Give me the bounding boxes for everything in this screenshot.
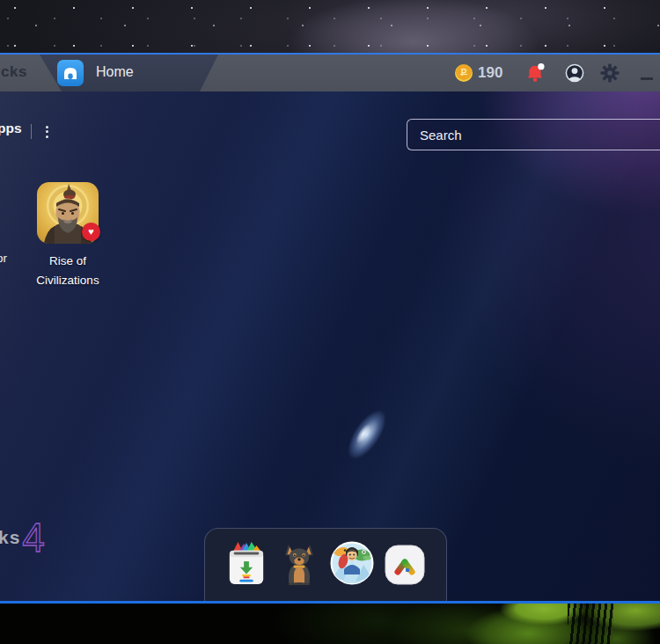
coin-points-icon[interactable]: P bbox=[455, 64, 473, 82]
search-input[interactable] bbox=[407, 119, 660, 150]
shortcut-label: Rise of Civilizations bbox=[19, 252, 116, 290]
titlebar-controls: P 190 bbox=[455, 55, 653, 91]
app-shortcut-rise-of-civilizations[interactable]: ♥ Rise of Civilizations bbox=[19, 182, 116, 290]
profile-icon[interactable] bbox=[565, 63, 584, 83]
settings-gear-icon[interactable] bbox=[600, 63, 620, 83]
titlebar: cks Home P 190 bbox=[0, 55, 660, 91]
points-balance: 190 bbox=[478, 64, 509, 82]
app-center-icon[interactable] bbox=[224, 539, 268, 585]
home-icon bbox=[57, 60, 84, 86]
notification-bell-icon[interactable] bbox=[525, 62, 545, 84]
apps-header-fragment: pps bbox=[0, 121, 22, 136]
desktop-wallpaper-bottom bbox=[0, 604, 660, 644]
favorite-heart-icon: ♥ bbox=[82, 223, 100, 241]
dock bbox=[204, 528, 447, 601]
plant-silhouettes bbox=[568, 604, 613, 644]
tab-home[interactable]: Home bbox=[40, 55, 218, 91]
dog-mascot-game-icon[interactable] bbox=[277, 539, 321, 585]
bluestacks-watermark: ks 4 bbox=[0, 517, 45, 558]
wallpaper-beams bbox=[0, 91, 660, 601]
adventure-game-icon[interactable] bbox=[330, 539, 374, 585]
tab-home-label: Home bbox=[96, 64, 134, 80]
cutoff-app-label-fragment: or bbox=[0, 252, 7, 265]
home-screen: pps bbox=[0, 91, 660, 601]
up-arrow-launcher-icon[interactable] bbox=[383, 539, 427, 585]
brand-text-fragment: cks bbox=[1, 63, 27, 81]
kebab-menu-icon[interactable] bbox=[40, 123, 53, 140]
minimize-icon[interactable] bbox=[641, 77, 653, 80]
header-divider bbox=[31, 124, 32, 139]
desktop-wallpaper-starry-sky bbox=[0, 0, 660, 53]
bluestacks-window: cks Home P 190 bbox=[0, 53, 660, 604]
